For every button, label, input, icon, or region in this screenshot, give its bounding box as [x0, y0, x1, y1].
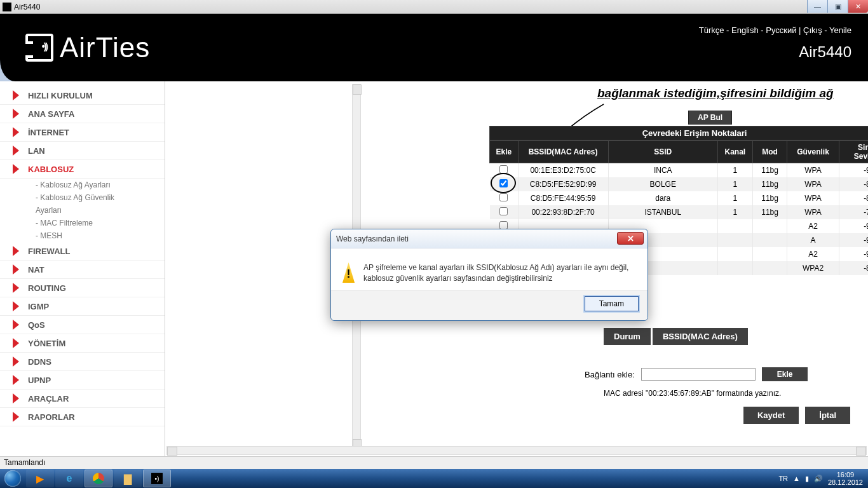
- row-add-checkbox[interactable]: [499, 207, 508, 215]
- table-cell: A2: [787, 247, 839, 261]
- windows-logo-icon: [4, 470, 21, 487]
- nav-item-hizli-kurulum[interactable]: HIZLI KURULUM: [0, 86, 165, 105]
- sidebar: HIZLI KURULUMANA SAYFAİNTERNETLANKABLOSU…: [0, 81, 165, 456]
- taskbar-item-airties[interactable]: •): [143, 470, 171, 487]
- row-add-checkbox[interactable]: [499, 193, 508, 201]
- col-status: Durum: [604, 328, 651, 345]
- nav-item-yöneti̇m[interactable]: YÖNETİM: [0, 334, 165, 353]
- nav-item-kablosuz[interactable]: KABLOSUZ: [0, 160, 165, 179]
- chevron-right-icon: [13, 301, 24, 311]
- selection-circle-annotation: [491, 173, 516, 193]
- table-cell: WPA: [787, 191, 839, 205]
- chevron-right-icon: [13, 375, 24, 385]
- table-cell: -79: [839, 205, 868, 219]
- tray-network-icon[interactable]: ▮: [805, 475, 809, 483]
- brand-name: AirTies: [60, 32, 150, 64]
- tray-clock[interactable]: 16:09 28.12.2012: [828, 471, 863, 486]
- table-cell: -91: [839, 163, 868, 178]
- cancel-button[interactable]: İptal: [805, 407, 850, 424]
- dialog-close-button[interactable]: ✕: [617, 232, 644, 245]
- table-cell: -88: [839, 261, 868, 275]
- system-tray: TR ▲ ▮ 🔊 16:09 28.12.2012: [773, 471, 868, 486]
- add-connection-input[interactable]: [641, 368, 756, 381]
- table-cell: [752, 233, 787, 247]
- start-button[interactable]: [0, 469, 25, 488]
- table-cell: -92: [839, 233, 868, 247]
- table-cell: WPA: [787, 205, 839, 219]
- tray-lang[interactable]: TR: [778, 475, 788, 482]
- window-close-button[interactable]: ✕: [848, 0, 868, 13]
- taskbar-item-ie[interactable]: e: [55, 470, 83, 487]
- tray-volume-icon[interactable]: 🔊: [814, 475, 823, 483]
- brand-logo-icon: [25, 34, 53, 62]
- table-cell: INCA: [608, 163, 717, 178]
- taskbar-item-chrome[interactable]: [85, 470, 112, 487]
- nav-item-routing[interactable]: ROUTING: [0, 279, 165, 297]
- logout-link[interactable]: Çıkış: [803, 25, 822, 35]
- lang-tr-link[interactable]: Türkçe: [699, 25, 724, 35]
- ap-find-button[interactable]: AP Bul: [688, 111, 732, 125]
- nav-item-lan[interactable]: LAN: [0, 142, 165, 160]
- table-row: C8:D5:FE:44:95:59dara111bgWPA-88: [490, 191, 869, 205]
- nav-item-firewall[interactable]: FIREWALL: [0, 242, 165, 261]
- table-row: 00:1E:E3:D2:75:0CINCA111bgWPA-91: [490, 163, 869, 178]
- chevron-right-icon: [13, 356, 24, 367]
- chevron-right-icon: [13, 264, 24, 274]
- nav-subitem[interactable]: Ayarları: [0, 204, 165, 217]
- nav-subitem[interactable]: - MAC Filtreleme: [0, 217, 165, 229]
- nav-item-i̇nternet[interactable]: İNTERNET: [0, 123, 165, 142]
- nav-item-nat[interactable]: NAT: [0, 261, 165, 279]
- table-cell: [752, 219, 787, 233]
- dialog-ok-button[interactable]: Tamam: [585, 296, 639, 311]
- lang-en-link[interactable]: English: [731, 25, 759, 35]
- user-annotation: bağlanmak istediğim,şifresini bildiğim a…: [597, 86, 834, 100]
- table-cell: A: [787, 233, 839, 247]
- taskbar-item-media[interactable]: ▶: [26, 470, 54, 487]
- taskbar-item-explorer[interactable]: ▇: [114, 470, 142, 487]
- nav-item-ana-sayfa[interactable]: ANA SAYFA: [0, 105, 165, 123]
- nav-item-raporlar[interactable]: RAPORLAR: [0, 408, 165, 426]
- nav-subitem[interactable]: - MESH: [0, 229, 165, 242]
- chevron-right-icon: [13, 412, 24, 422]
- tray-updates-icon[interactable]: ▲: [793, 475, 800, 482]
- chevron-right-icon: [13, 109, 24, 119]
- model-label: Air5440: [799, 43, 851, 61]
- add-connection-button[interactable]: Ekle: [762, 367, 808, 381]
- nav-item-araçlar[interactable]: ARAÇLAR: [0, 390, 165, 408]
- window-maximize-button[interactable]: ▣: [827, 0, 848, 13]
- table-cell: 1: [717, 205, 752, 219]
- table-row: 00:22:93:8D:2F:70ISTANBUL111bgWPA-79: [490, 205, 869, 219]
- lang-ru-link[interactable]: Русский: [766, 25, 796, 35]
- chevron-right-icon: [13, 90, 24, 100]
- window-minimize-button[interactable]: —: [807, 0, 827, 13]
- save-button[interactable]: Kaydet: [743, 407, 799, 424]
- table-cell: -88: [839, 191, 868, 205]
- table-header: Kanal: [717, 141, 752, 163]
- nav-subitem[interactable]: - Kablosuz Ağ Ayarları: [0, 179, 165, 191]
- table-cell: BOLGE: [608, 177, 717, 191]
- alert-dialog: Web sayfasından ileti ✕ AP şifreleme ve …: [330, 229, 648, 321]
- col-bssid: BSSID(MAC Adres): [653, 328, 748, 345]
- table-cell: ISTANBUL: [608, 205, 717, 219]
- table-cell: 1: [717, 163, 752, 178]
- content-scrollbar-h[interactable]: [166, 446, 867, 455]
- add-connection-label: Bağlantı ekle:: [585, 370, 635, 379]
- nav-subitem[interactable]: - Kablosuz Ağ Güvenlik: [0, 191, 165, 204]
- secondary-table-header: Durum BSSID(MAC Adres): [604, 328, 750, 345]
- table-header: Ekle: [490, 141, 519, 163]
- media-icon: ▶: [36, 473, 44, 485]
- table-cell: A2: [787, 219, 839, 233]
- nav-item-qos[interactable]: QoS: [0, 316, 165, 334]
- table-cell: [717, 233, 752, 247]
- table-header: Güvenlik: [787, 141, 839, 163]
- table-cell: dara: [608, 191, 717, 205]
- browser-status-bar: Tamamlandı: [0, 456, 868, 469]
- refresh-link[interactable]: Yenile: [829, 25, 851, 35]
- nav-item-upnp[interactable]: UPNP: [0, 371, 165, 390]
- warning-icon: [342, 262, 355, 283]
- table-cell: -93: [839, 247, 868, 261]
- nav-item-ddns[interactable]: DDNS: [0, 353, 165, 371]
- chevron-right-icon: [13, 283, 24, 293]
- table-cell: 00:1E:E3:D2:75:0C: [518, 163, 608, 178]
- nav-item-igmp[interactable]: IGMP: [0, 297, 165, 316]
